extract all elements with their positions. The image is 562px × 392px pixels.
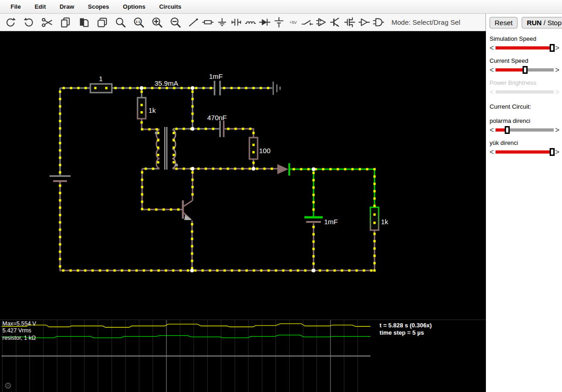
slider-decrease-arrow[interactable]: < <box>490 149 494 156</box>
ground-icon[interactable] <box>216 17 228 28</box>
redo-icon[interactable] <box>23 17 35 28</box>
current-dot <box>313 263 315 265</box>
resistor[interactable] <box>249 138 258 159</box>
wire[interactable] <box>142 119 160 129</box>
menu-item-options[interactable]: Options <box>116 3 152 10</box>
wire-icon[interactable] <box>188 17 199 28</box>
current-dot <box>256 168 259 170</box>
current-dot <box>374 240 376 243</box>
wire[interactable] <box>290 169 375 207</box>
capacitor-icon[interactable] <box>231 17 242 28</box>
slider-decrease-arrow[interactable]: < <box>490 44 494 52</box>
slider-label: polarma direnci <box>490 117 560 124</box>
slider-track[interactable] <box>496 68 554 72</box>
current-dot <box>59 185 61 187</box>
slider-increase-arrow[interactable]: > <box>555 127 560 134</box>
junction-dot[interactable] <box>252 167 255 171</box>
component-value-label: 1 <box>99 75 103 83</box>
current-dot <box>374 222 376 224</box>
buffer-icon[interactable] <box>358 17 370 28</box>
mosfet-icon[interactable] <box>344 17 356 28</box>
current-dot <box>157 154 160 156</box>
duplicate-icon[interactable] <box>96 17 108 28</box>
transistor-icon[interactable] <box>330 17 342 28</box>
and-gate-icon[interactable] <box>373 17 384 28</box>
run-stop-button[interactable]: RUN / Stop <box>522 17 562 28</box>
wire[interactable] <box>225 129 253 138</box>
slider-track[interactable] <box>496 128 554 132</box>
slider-track[interactable] <box>496 46 554 50</box>
menu-item-draw[interactable]: Draw <box>53 3 81 10</box>
slider-decrease-arrow[interactable]: < <box>490 66 494 74</box>
copy-icon[interactable] <box>60 17 72 28</box>
current-dot <box>141 128 143 131</box>
menu-item-edit[interactable]: Edit <box>28 3 53 10</box>
junction-dot[interactable] <box>312 269 315 272</box>
current-dot <box>176 128 178 130</box>
junction-dot[interactable] <box>312 167 315 171</box>
current-dot <box>253 132 255 134</box>
current-dot <box>176 168 178 170</box>
current-dot <box>99 270 101 272</box>
resistor[interactable] <box>138 98 146 119</box>
circuit-canvas[interactable]: 135.9mA1mF470nF1k1001mF1k <box>0 31 486 320</box>
scope-settings-gear-icon[interactable]: ⚙ <box>4 381 12 390</box>
reset-button[interactable]: Reset <box>490 17 518 28</box>
current-dot <box>59 142 61 144</box>
current-dot <box>366 168 369 171</box>
slider-thumb[interactable] <box>523 66 528 74</box>
transistor-collector[interactable] <box>183 201 192 207</box>
zoom-actual-icon[interactable]: 1:1 <box>133 17 145 28</box>
current-dot <box>195 87 198 89</box>
slider-increase-arrow[interactable]: > <box>555 149 560 156</box>
current-dot <box>374 262 376 265</box>
voltage-source-icon[interactable] <box>273 17 285 28</box>
current-dot <box>59 258 61 260</box>
resistor[interactable] <box>90 84 112 93</box>
junction-dot[interactable] <box>140 86 143 90</box>
undo-icon[interactable] <box>5 17 17 28</box>
scope-panel[interactable]: Max=5.554 V5.427 Vrmsresistor, 1 kΩt = 5… <box>0 320 486 392</box>
slider-increase-arrow[interactable]: > <box>555 44 560 52</box>
current-dot <box>313 179 315 182</box>
slider-increase-arrow[interactable]: > <box>555 66 560 74</box>
current-dot <box>165 270 167 272</box>
op-amp-icon[interactable] <box>316 17 327 28</box>
current-dot <box>220 168 222 170</box>
slider-thumb[interactable] <box>550 44 555 52</box>
diode-icon[interactable] <box>259 17 270 28</box>
slider-track[interactable] <box>496 150 554 154</box>
zoom-in-icon[interactable] <box>151 17 163 28</box>
junction-dot[interactable] <box>191 127 194 131</box>
circuit-drawing[interactable]: 135.9mA1mF470nF1k1001mF1k <box>0 31 486 320</box>
paste-icon[interactable] <box>78 17 90 28</box>
zoom-out-icon[interactable] <box>170 17 182 28</box>
slider-thumb[interactable] <box>550 148 555 156</box>
current-dot <box>374 248 376 250</box>
slider-decrease-arrow[interactable]: < <box>490 127 494 134</box>
menu-item-scopes[interactable]: Scopes <box>81 3 116 10</box>
current-dot <box>70 270 72 272</box>
cut-icon[interactable] <box>41 17 53 28</box>
slider-thumb[interactable] <box>505 126 510 134</box>
current-dot <box>59 91 61 93</box>
search-icon[interactable] <box>115 17 127 28</box>
junction-dot[interactable] <box>190 269 194 272</box>
diode-cathode[interactable] <box>288 163 290 176</box>
current-dot <box>85 87 87 89</box>
control-panel: Reset RUN / Stop Simulation Speed<>Curre… <box>486 14 562 392</box>
wire[interactable] <box>60 182 375 271</box>
inductor-icon[interactable] <box>245 17 256 28</box>
resistor[interactable] <box>370 207 379 230</box>
current-dot <box>337 168 339 171</box>
wire[interactable] <box>142 169 182 210</box>
plus-5v-icon[interactable]: +5V <box>287 17 299 28</box>
junction-dot[interactable] <box>191 167 194 171</box>
resistor-icon[interactable] <box>202 17 214 28</box>
junction-dot[interactable] <box>191 86 194 90</box>
switch-icon[interactable] <box>302 17 313 28</box>
menu-item-file[interactable]: File <box>4 3 28 10</box>
current-dot <box>275 270 277 272</box>
menu-item-circuits[interactable]: Circuits <box>152 3 188 10</box>
diode-anode[interactable] <box>277 164 288 174</box>
